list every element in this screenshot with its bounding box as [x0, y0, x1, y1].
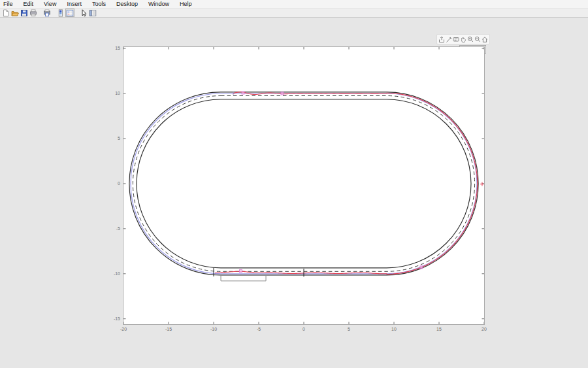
trajectory-marker	[420, 266, 423, 269]
x-tick-label: -15	[161, 327, 176, 331]
menu-insert[interactable]: Insert	[61, 0, 87, 8]
x-tick-label: -20	[116, 327, 131, 331]
x-tick-label: 5	[341, 327, 357, 331]
zoom-in-icon	[467, 36, 474, 43]
export-button[interactable]	[438, 36, 445, 43]
print-figure-icon	[29, 9, 37, 17]
new-figure-icon	[2, 9, 10, 17]
trajectory-marker	[281, 92, 284, 95]
y-tick-label: 15	[103, 46, 120, 50]
matlab-figure-window: { "window": { "background": "#e6e6e6" },…	[0, 0, 588, 368]
insert-colorbar-button[interactable]	[56, 8, 65, 17]
open-file-icon	[11, 9, 19, 17]
plot-canvas	[123, 47, 484, 324]
track-centerline	[133, 96, 474, 272]
zoom-out-icon	[474, 36, 481, 43]
menu-help[interactable]: Help	[174, 0, 197, 8]
figure-toolbar	[0, 8, 588, 18]
y-tick-label: 10	[103, 91, 120, 95]
trajectory-marker	[242, 92, 244, 94]
insert-legend-button[interactable]	[65, 8, 74, 17]
y-tick-label: 0	[103, 181, 120, 186]
datatips-button[interactable]	[453, 36, 459, 43]
trajectory-line	[215, 92, 477, 275]
home-icon	[482, 36, 488, 43]
menu-desktop[interactable]: Desktop	[111, 0, 143, 8]
x-tick-label: -10	[206, 327, 221, 331]
save-figure-button[interactable]	[20, 8, 29, 17]
restore-view-button[interactable]	[482, 36, 488, 43]
reference-line-bahn	[131, 93, 477, 274]
axes-plot-area[interactable]	[123, 46, 485, 325]
annotation-box	[221, 276, 266, 281]
menu-tools[interactable]: Tools	[87, 0, 111, 8]
cross-marker	[480, 182, 484, 186]
brush-icon	[446, 36, 452, 43]
open-file-button[interactable]	[10, 8, 20, 17]
x-tick-label: 20	[476, 327, 492, 331]
print-preview-button[interactable]	[42, 8, 52, 17]
menu-edit[interactable]: Edit	[18, 0, 39, 8]
property-inspector-icon	[89, 9, 97, 17]
y-tick-label: -5	[103, 226, 120, 231]
track-outer-edge	[129, 92, 478, 275]
x-tick-label: 15	[431, 327, 447, 331]
x-tick-label: -5	[251, 327, 267, 331]
datatips-icon	[453, 36, 459, 43]
property-inspector-button[interactable]	[88, 8, 97, 17]
axes-toolbar	[436, 34, 490, 44]
pan-button[interactable]	[460, 36, 466, 43]
y-tick-label: -10	[103, 271, 120, 276]
print-figure-button[interactable]	[29, 8, 38, 17]
zoom-in-button[interactable]	[467, 36, 474, 43]
x-tick-label: 10	[386, 327, 402, 331]
y-tick-label: 5	[103, 136, 120, 141]
track-inner-edge	[137, 99, 471, 268]
zoom-out-button[interactable]	[474, 36, 481, 43]
insert-colorbar-icon	[57, 9, 65, 17]
insert-legend-icon	[66, 9, 74, 17]
new-figure-button[interactable]	[1, 8, 10, 17]
brush-button[interactable]	[446, 36, 452, 43]
menu-window[interactable]: Window	[143, 0, 174, 8]
trajectory-marker	[239, 270, 242, 273]
menu-bar: File Edit View Insert Tools Desktop Wind…	[0, 0, 588, 8]
export-icon	[438, 36, 445, 43]
edit-plot-icon	[80, 9, 88, 17]
menu-view[interactable]: View	[39, 0, 61, 8]
y-tick-label: -15	[103, 316, 120, 321]
menu-file[interactable]: File	[0, 0, 18, 8]
print-preview-icon	[43, 9, 51, 17]
save-figure-icon	[20, 9, 28, 17]
edit-plot-button[interactable]	[79, 8, 88, 17]
pan-icon	[460, 36, 466, 43]
x-tick-label: 0	[296, 327, 312, 331]
